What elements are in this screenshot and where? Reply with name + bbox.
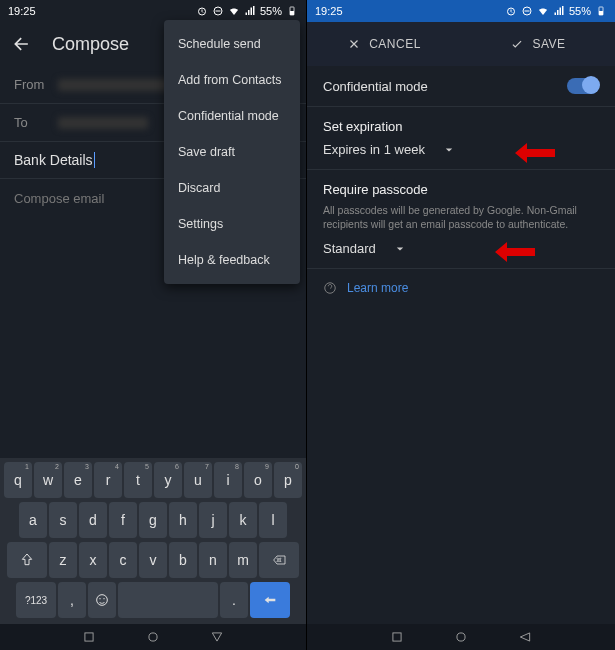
status-icons: 55% xyxy=(196,5,298,17)
svg-point-8 xyxy=(149,633,157,641)
key-m[interactable]: m xyxy=(229,542,257,578)
key-v[interactable]: v xyxy=(139,542,167,578)
svg-point-15 xyxy=(457,633,465,641)
help-icon xyxy=(323,281,337,295)
cancel-button[interactable]: CANCEL xyxy=(307,22,461,66)
key-symbols[interactable]: ?123 xyxy=(16,582,56,618)
from-label: From xyxy=(14,77,46,92)
key-o[interactable]: o9 xyxy=(244,462,272,498)
nav-home-icon[interactable] xyxy=(454,630,468,644)
key-period[interactable]: . xyxy=(220,582,248,618)
close-icon xyxy=(347,37,361,51)
key-j[interactable]: j xyxy=(199,502,227,538)
passcode-title: Require passcode xyxy=(323,182,599,197)
wifi-icon xyxy=(537,5,549,17)
nav-back-icon[interactable] xyxy=(390,630,404,644)
status-icons: 55% xyxy=(505,5,607,17)
svg-rect-14 xyxy=(393,633,401,641)
action-bar: CANCEL SAVE xyxy=(307,22,615,66)
learn-more-text: Learn more xyxy=(347,281,408,295)
key-x[interactable]: x xyxy=(79,542,107,578)
text-cursor xyxy=(94,152,95,168)
overflow-menu: Schedule send Add from Contacts Confiden… xyxy=(164,20,300,284)
key-space[interactable] xyxy=(118,582,218,618)
key-s[interactable]: s xyxy=(49,502,77,538)
menu-add-contacts[interactable]: Add from Contacts xyxy=(164,62,300,98)
dnd-icon xyxy=(521,5,533,17)
confidential-mode-screen: 19:25 55% CANCEL SAVE Confidential mode … xyxy=(307,0,615,650)
key-w[interactable]: w2 xyxy=(34,462,62,498)
nav-bar xyxy=(0,624,306,650)
compose-title: Compose xyxy=(52,34,129,55)
keyboard: q1 w2 e3 r4 t5 y6 u7 i8 o9 p0 a s d f g … xyxy=(0,458,306,624)
key-comma[interactable]: , xyxy=(58,582,86,618)
passcode-value: Standard xyxy=(323,241,376,256)
key-k[interactable]: k xyxy=(229,502,257,538)
svg-rect-7 xyxy=(85,633,93,641)
status-time: 19:25 xyxy=(8,5,36,17)
key-h[interactable]: h xyxy=(169,502,197,538)
key-u[interactable]: u7 xyxy=(184,462,212,498)
key-g[interactable]: g xyxy=(139,502,167,538)
nav-home-icon[interactable] xyxy=(146,630,160,644)
key-e[interactable]: e3 xyxy=(64,462,92,498)
key-i[interactable]: i8 xyxy=(214,462,242,498)
confidential-mode-label: Confidential mode xyxy=(323,79,428,94)
wifi-icon xyxy=(228,5,240,17)
menu-discard[interactable]: Discard xyxy=(164,170,300,206)
menu-save-draft[interactable]: Save draft xyxy=(164,134,300,170)
compose-screen: 19:25 55% Compose From To Bank Details C… xyxy=(0,0,307,650)
signal-icon xyxy=(244,5,256,17)
key-l[interactable]: l xyxy=(259,502,287,538)
key-shift[interactable] xyxy=(7,542,47,578)
key-f[interactable]: f xyxy=(109,502,137,538)
nav-recent-icon[interactable] xyxy=(518,630,532,644)
passcode-dropdown[interactable]: Standard xyxy=(323,241,599,256)
key-z[interactable]: z xyxy=(49,542,77,578)
learn-more-link[interactable]: Learn more xyxy=(307,269,615,307)
to-value-redacted xyxy=(58,117,148,129)
nav-bar xyxy=(307,624,615,650)
status-bar: 19:25 55% xyxy=(0,0,306,22)
key-p[interactable]: p0 xyxy=(274,462,302,498)
key-n[interactable]: n xyxy=(199,542,227,578)
menu-settings[interactable]: Settings xyxy=(164,206,300,242)
battery-icon xyxy=(286,5,298,17)
nav-back-icon[interactable] xyxy=(82,630,96,644)
svg-point-6 xyxy=(103,598,104,599)
confidential-toggle[interactable] xyxy=(567,78,599,94)
expiration-value: Expires in 1 week xyxy=(323,142,425,157)
menu-confidential-mode[interactable]: Confidential mode xyxy=(164,98,300,134)
key-a[interactable]: a xyxy=(19,502,47,538)
key-r[interactable]: r4 xyxy=(94,462,122,498)
key-row-4: ?123 , . xyxy=(2,582,304,618)
passcode-description: All passcodes will be generated by Googl… xyxy=(323,203,599,231)
key-y[interactable]: y6 xyxy=(154,462,182,498)
key-d[interactable]: d xyxy=(79,502,107,538)
key-emoji[interactable] xyxy=(88,582,116,618)
back-arrow-icon[interactable] xyxy=(12,34,32,54)
save-button[interactable]: SAVE xyxy=(461,22,615,66)
chevron-down-icon xyxy=(396,245,404,253)
key-enter[interactable] xyxy=(250,582,290,618)
key-b[interactable]: b xyxy=(169,542,197,578)
nav-recent-icon[interactable] xyxy=(210,630,224,644)
menu-help-feedback[interactable]: Help & feedback xyxy=(164,242,300,278)
subject-text: Bank Details xyxy=(14,152,93,168)
key-c[interactable]: c xyxy=(109,542,137,578)
key-t[interactable]: t5 xyxy=(124,462,152,498)
battery-percent: 55% xyxy=(569,5,591,17)
confidential-toggle-row: Confidential mode xyxy=(307,66,615,107)
key-q[interactable]: q1 xyxy=(4,462,32,498)
key-row-3: z x c v b n m xyxy=(2,542,304,578)
status-time: 19:25 xyxy=(315,5,343,17)
signal-icon xyxy=(553,5,565,17)
battery-icon xyxy=(595,5,607,17)
key-backspace[interactable] xyxy=(259,542,299,578)
key-row-1: q1 w2 e3 r4 t5 y6 u7 i8 o9 p0 xyxy=(2,462,304,498)
expiration-dropdown[interactable]: Expires in 1 week xyxy=(323,142,599,157)
status-bar: 19:25 55% xyxy=(307,0,615,22)
menu-schedule-send[interactable]: Schedule send xyxy=(164,26,300,62)
expiration-section: Set expiration Expires in 1 week xyxy=(307,107,615,170)
battery-percent: 55% xyxy=(260,5,282,17)
